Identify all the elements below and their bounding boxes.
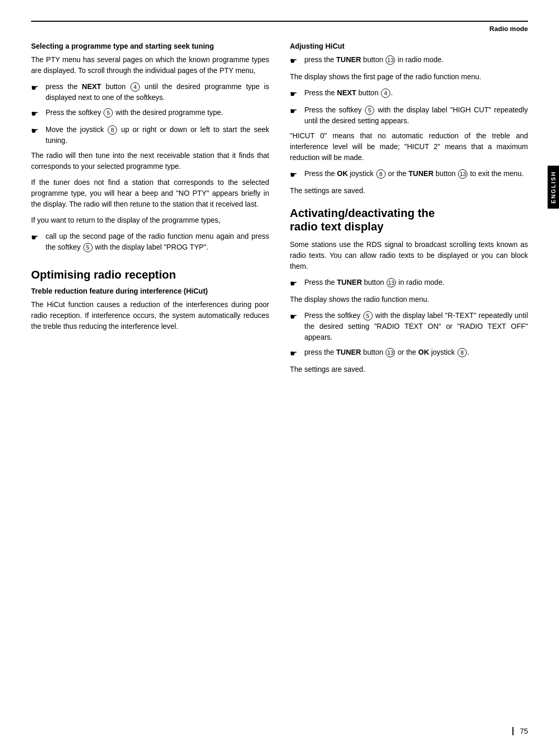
bullet-arrow-icon: ☛: [31, 125, 46, 137]
adjusting-hicut-heading: Adjusting HiCut: [290, 42, 528, 50]
subsection1-body1: The PTY menu has several pages on which …: [31, 54, 269, 76]
ok-bold2: OK: [418, 348, 429, 356]
page-header: Radio mode: [31, 25, 528, 33]
circled-13b: 13: [458, 169, 467, 179]
bullet-item: ☛ press the NEXT button 4 until the desi…: [31, 81, 269, 103]
bullet1-text: press the NEXT button 4 until the desire…: [46, 81, 269, 103]
right-column: Adjusting HiCut ☛ press the TUNER button…: [290, 42, 528, 380]
bullet-item: ☛ Press the OK joystick 8 or the TUNER b…: [290, 168, 528, 181]
english-tab: ENGLISH: [548, 166, 559, 209]
tuner-bold4: TUNER: [336, 348, 361, 356]
tuner-bold2: TUNER: [408, 169, 433, 178]
subsection1-body3: If the tuner does not find a station tha…: [31, 177, 269, 210]
bullet3-text: Move the joystick 8 up or right or down …: [46, 124, 269, 146]
rbullet7-text: press the TUNER button 13 or the OK joys…: [304, 347, 528, 358]
bullet-arrow-icon: ☛: [290, 278, 304, 290]
right-body4: The display shows the radio function men…: [290, 294, 528, 305]
bullet-item: ☛ press the TUNER button 13 in radio mod…: [290, 54, 528, 67]
bullet-item: ☛ Press the softkey 5 with the desired p…: [31, 107, 269, 120]
bullet-arrow-icon: ☛: [31, 82, 46, 94]
right-body2: "HICUT 0" means that no automatic reduct…: [290, 130, 528, 163]
circled-13d: 13: [386, 348, 395, 357]
bullet4-text: call up the second page of the radio fun…: [46, 231, 269, 253]
activating-body1: Some stations use the RDS signal to broa…: [290, 239, 528, 272]
page-number: 75: [512, 727, 528, 735]
tuner-bold: TUNER: [336, 55, 361, 64]
rbullet2-text: Press the NEXT button 4.: [304, 88, 528, 98]
circled-5: 5: [104, 108, 113, 118]
tuner-bold3: TUNER: [337, 278, 362, 286]
bullet-arrow-icon: ☛: [290, 88, 304, 100]
bullet-arrow-icon: ☛: [290, 55, 304, 67]
circled-4: 4: [130, 82, 140, 92]
bullet-item: ☛ Press the TUNER button 13 in radio mod…: [290, 277, 528, 290]
circled-5b: 5: [83, 243, 93, 252]
right-body1: The display shows the first page of the …: [290, 71, 528, 82]
right-body3: The settings are saved.: [290, 185, 528, 196]
subsection1-body4: If you want to return to the display of …: [31, 215, 269, 226]
rbullet3-text: Press the softkey 5 with the display lab…: [304, 105, 528, 126]
bullet-arrow-icon: ☛: [31, 108, 46, 120]
bullet-item: ☛ Move the joystick 8 up or right or dow…: [31, 124, 269, 146]
bullet-arrow-icon: ☛: [290, 311, 304, 323]
bullet2-text: Press the softkey 5 with the desired pro…: [46, 107, 269, 118]
page: ENGLISH Radio mode Selecting a programme…: [0, 0, 559, 756]
circled-5d: 5: [363, 311, 373, 321]
left-column: Selecting a programme type and starting …: [31, 42, 269, 380]
top-rule: [31, 21, 528, 22]
subsection2-heading: Treble reduction feature during interfer…: [31, 287, 269, 295]
bullet-item: ☛ press the TUNER button 13 or the OK jo…: [290, 347, 528, 360]
bullet-arrow-icon: ☛: [290, 105, 304, 118]
circled-8c: 8: [458, 348, 467, 357]
circled-13: 13: [386, 55, 395, 65]
subsection2-body: The HiCut function causes a reduction of…: [31, 299, 269, 332]
next-bold: NEXT: [82, 82, 101, 91]
circled-13c: 13: [387, 278, 396, 287]
bullet-item: ☛ Press the NEXT button 4.: [290, 88, 528, 100]
bullet-arrow-icon: ☛: [290, 169, 304, 181]
subsection1-heading: Selecting a programme type and starting …: [31, 42, 269, 50]
subsection1-body2: The radio will then tune into the next r…: [31, 150, 269, 172]
circled-8b: 8: [376, 169, 386, 179]
rbullet1-text: press the TUNER button 13 in radio mode.: [304, 54, 528, 65]
circled-4b: 4: [381, 89, 390, 98]
bullet-item: ☛ Press the softkey 5 with the display l…: [290, 105, 528, 126]
circled-5c: 5: [365, 106, 374, 115]
rbullet5-text: Press the TUNER button 13 in radio mode.: [304, 277, 528, 288]
ok-bold: OK: [337, 169, 348, 178]
bullet-arrow-icon: ☛: [290, 347, 304, 360]
next-bold2: NEXT: [337, 89, 356, 97]
bullet-item: ☛ Press the softkey 5 with the display l…: [290, 310, 528, 343]
activating-heading: Activating/deactivating the radio text d…: [290, 207, 528, 234]
two-column-layout: Selecting a programme type and starting …: [31, 42, 528, 380]
right-body5: The settings are saved.: [290, 364, 528, 375]
rbullet6-text: Press the softkey 5 with the display lab…: [304, 310, 528, 343]
optimising-heading: Optimising radio reception: [31, 268, 269, 282]
rbullet4-text: Press the OK joystick 8 or the TUNER but…: [304, 168, 528, 179]
bullet-item: ☛ call up the second page of the radio f…: [31, 231, 269, 253]
circled-8: 8: [108, 125, 117, 135]
bullet-arrow-icon: ☛: [31, 231, 46, 244]
